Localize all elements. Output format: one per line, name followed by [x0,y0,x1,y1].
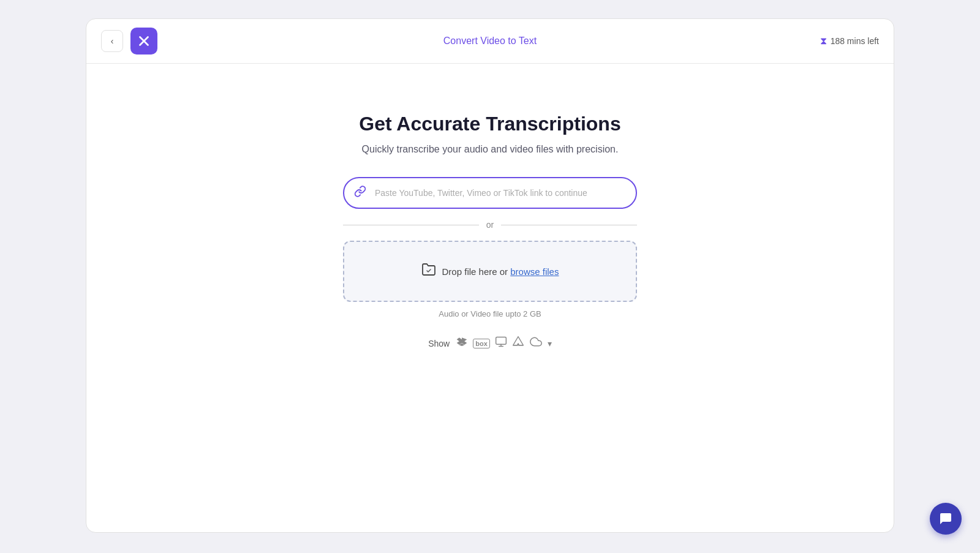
or-divider: or [343,220,637,230]
browse-files-link[interactable]: browse files [510,266,559,277]
box-icon[interactable]: box [473,339,490,348]
main-container: ‹ Convert Video to Text ⧗ 188 mins left … [86,18,894,533]
app-logo [130,28,157,55]
or-line-right [501,225,637,225]
mins-left-label: 188 mins left [831,36,879,46]
folder-icon [421,262,436,280]
file-limit-text: Audio or Video file upto 2 GB [439,309,541,318]
back-button[interactable]: ‹ [101,30,123,52]
cloud-icons: box [456,336,552,351]
dropbox-icon[interactable] [456,336,468,351]
link-icon [354,186,366,201]
header-left: ‹ [101,28,157,55]
svg-rect-0 [496,337,506,345]
cloud-storage-icon[interactable] [529,336,543,351]
content-area: Get Accurate Transcriptions Quickly tran… [86,64,894,375]
timer-icon: ⧗ [820,36,827,47]
show-more-icon[interactable]: ▾ [548,339,552,348]
or-label: or [486,220,494,230]
drop-file-label: Drop file here or [442,266,511,277]
show-row: Show box [428,336,552,351]
url-input[interactable] [343,177,637,209]
header-center: Convert Video to Text [443,36,537,47]
logo-x-icon [136,33,152,49]
drop-zone[interactable]: Drop file here or browse files [343,241,637,302]
or-line-left [343,225,479,225]
chat-icon [938,511,953,526]
show-label: Show [428,339,450,348]
chat-support-button[interactable] [930,503,962,535]
main-heading: Get Accurate Transcriptions [359,113,620,135]
url-input-wrapper [343,177,637,209]
screen-icon[interactable] [495,336,507,351]
drop-zone-text: Drop file here or browse files [442,266,559,277]
sub-heading: Quickly transcribe your audio and video … [362,144,619,155]
page-title: Convert Video to Text [443,36,537,46]
google-drive-icon[interactable] [512,336,524,351]
header-right: ⧗ 188 mins left [820,36,879,47]
header: ‹ Convert Video to Text ⧗ 188 mins left [86,19,894,64]
